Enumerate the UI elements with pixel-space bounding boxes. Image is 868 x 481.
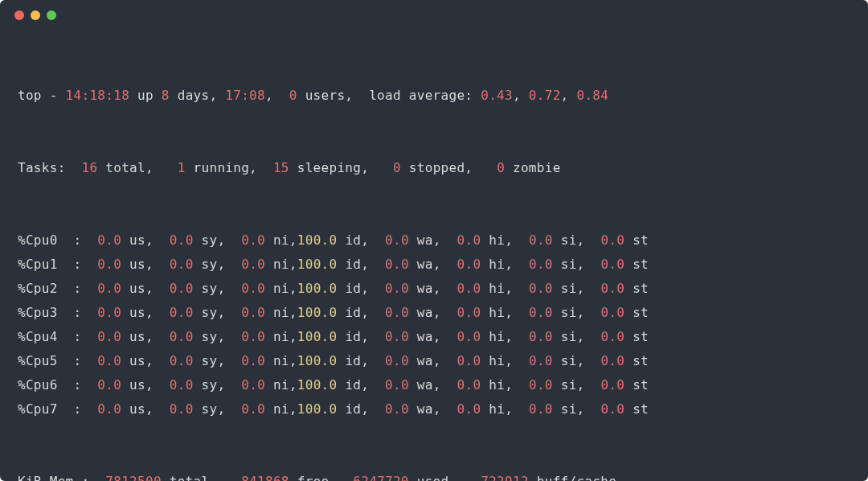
cpu-line: %Cpu1 : 0.0 us, 0.0 sy, 0.0 ni,100.0 id,…	[18, 253, 850, 277]
terminal-output: top - 14:18:18 up 8 days, 17:08, 0 users…	[0, 31, 868, 481]
uptime-days: 8	[162, 88, 170, 103]
users-count: 0	[289, 88, 297, 103]
cpu-line: %Cpu2 : 0.0 us, 0.0 sy, 0.0 ni,100.0 id,…	[18, 277, 850, 301]
load-1: 0.43	[481, 88, 513, 103]
uptime-hm: 17:08	[225, 88, 265, 103]
cpu-name: %Cpu4 :	[18, 329, 81, 344]
top-label: top -	[18, 88, 58, 103]
cpu-name: %Cpu5 :	[18, 353, 81, 368]
cpu-line: %Cpu3 : 0.0 us, 0.0 sy, 0.0 ni,100.0 id,…	[18, 301, 850, 325]
cpu-name: %Cpu6 :	[18, 377, 81, 393]
cpu-name: %Cpu2 :	[18, 281, 81, 296]
cpu-name: %Cpu7 :	[18, 401, 81, 417]
load-15: 0.84	[576, 88, 608, 103]
cpu-line: %Cpu4 : 0.0 us, 0.0 sy, 0.0 ni,100.0 id,…	[18, 325, 850, 349]
cpu-line: %Cpu5 : 0.0 us, 0.0 sy, 0.0 ni,100.0 id,…	[18, 349, 850, 373]
cpu-name: %Cpu0 :	[18, 232, 81, 248]
cpu-line: %Cpu0 : 0.0 us, 0.0 sy, 0.0 ni,100.0 id,…	[18, 228, 850, 253]
close-icon[interactable]	[14, 10, 24, 20]
cpu-line: %Cpu6 : 0.0 us, 0.0 sy, 0.0 ni,100.0 id,…	[18, 373, 850, 397]
top-summary-line: top - 14:18:18 up 8 days, 17:08, 0 users…	[18, 84, 850, 108]
zoom-icon[interactable]	[47, 10, 56, 20]
cpu-name: %Cpu1 :	[18, 257, 81, 272]
terminal-window: top - 14:18:18 up 8 days, 17:08, 0 users…	[0, 0, 868, 481]
mem-line: KiB Mem : 7812500 total, 841868 free, 62…	[18, 470, 850, 481]
load-average-label: load average:	[369, 88, 473, 103]
window-titlebar	[0, 0, 868, 31]
minimize-icon[interactable]	[31, 10, 40, 20]
cpu-line: %Cpu7 : 0.0 us, 0.0 sy, 0.0 ni,100.0 id,…	[18, 397, 850, 421]
load-5: 0.72	[529, 88, 561, 103]
cpu-name: %Cpu3 :	[18, 305, 81, 320]
top-time: 14:18:18	[66, 88, 129, 103]
tasks-line: Tasks: 16 total, 1 running, 15 sleeping,…	[18, 156, 850, 180]
